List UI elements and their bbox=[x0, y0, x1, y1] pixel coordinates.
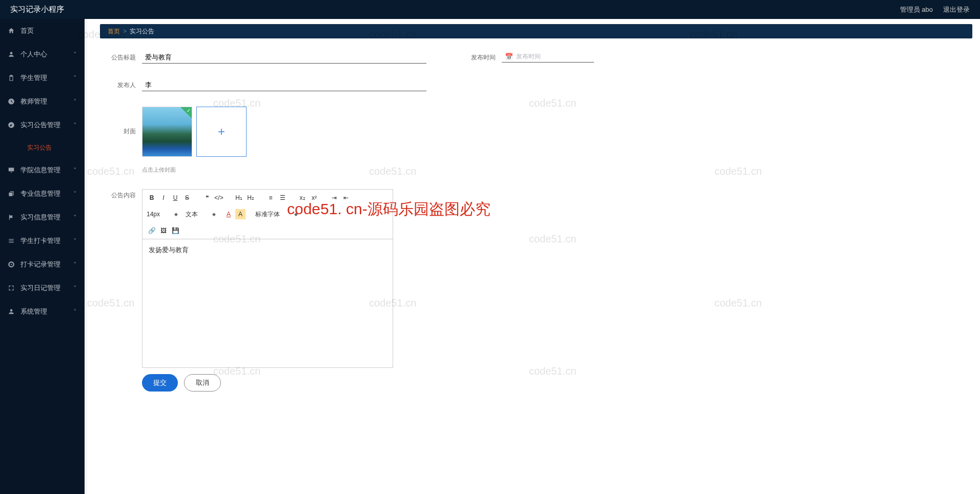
upload-box[interactable]: + bbox=[196, 107, 247, 157]
cover-thumbnail[interactable] bbox=[142, 107, 192, 157]
font-color-icon[interactable]: A bbox=[223, 209, 234, 219]
content-label: 公告内容 bbox=[108, 189, 136, 200]
strike-icon[interactable]: S bbox=[182, 193, 192, 203]
sidebar-item-label: 实习日记管理 bbox=[21, 283, 73, 293]
sidebar-item-label: 学生打卡管理 bbox=[21, 236, 73, 245]
submit-button[interactable]: 提交 bbox=[142, 374, 178, 392]
subscript-icon[interactable]: x₂ bbox=[297, 193, 308, 203]
publisher-label: 发布人 bbox=[108, 79, 136, 90]
calendar-icon: 📅 bbox=[505, 53, 513, 60]
flag-icon bbox=[6, 214, 16, 221]
target-icon bbox=[6, 261, 16, 268]
link-icon[interactable]: 🔗 bbox=[147, 225, 157, 236]
chevron-down-icon: ˅ bbox=[73, 167, 78, 174]
sidebar-item-8[interactable]: 实习信息管理˅ bbox=[0, 205, 85, 229]
cancel-button[interactable]: 取消 bbox=[184, 374, 221, 392]
sidebar-item-label: 学生管理 bbox=[21, 73, 73, 83]
h2-icon[interactable]: H₂ bbox=[246, 193, 256, 203]
bg-color-icon[interactable]: A bbox=[235, 209, 246, 219]
clock-icon bbox=[6, 98, 16, 105]
sidebar-item-label: 实习信息管理 bbox=[21, 213, 73, 222]
breadcrumb-current: 实习公告 bbox=[130, 27, 154, 36]
sidebar-item-12[interactable]: 系统管理˅ bbox=[0, 300, 85, 323]
time-placeholder: 发布时间 bbox=[516, 52, 541, 61]
chevron-down-icon: ˅ bbox=[73, 98, 78, 106]
sidebar-item-0[interactable]: 首页 bbox=[0, 19, 85, 43]
sidebar-item-label: 打卡记录管理 bbox=[21, 260, 73, 269]
sidebar-item-3[interactable]: 教师管理˅ bbox=[0, 90, 85, 113]
content-area: 首页 > 实习公告 公告标题 发布时间 📅 发布时间 bbox=[87, 19, 980, 494]
font-family-select[interactable]: 文本◆ bbox=[186, 210, 222, 219]
underline-icon[interactable]: U bbox=[170, 193, 180, 203]
sidebar-item-10[interactable]: 打卡记录管理˅ bbox=[0, 253, 85, 276]
title-input[interactable] bbox=[142, 51, 426, 64]
breadcrumb: 首页 > 实习公告 bbox=[100, 24, 972, 38]
h1-icon[interactable]: H₁ bbox=[234, 193, 244, 203]
home-icon bbox=[6, 27, 16, 34]
sidebar-item-1[interactable]: 个人中心˅ bbox=[0, 43, 85, 66]
indent-icon[interactable]: ⇥ bbox=[329, 193, 339, 203]
chevron-down-icon: ˅ bbox=[73, 51, 78, 58]
chevron-up-icon: ˄ bbox=[73, 121, 78, 129]
list-icon bbox=[6, 237, 16, 244]
chevron-down-icon: ˅ bbox=[73, 214, 78, 221]
title-label: 公告标题 bbox=[108, 51, 136, 62]
chevron-down-icon: ˅ bbox=[73, 261, 78, 269]
copy-icon bbox=[6, 190, 16, 197]
sidebar-item-label: 专业信息管理 bbox=[21, 189, 73, 198]
code-icon[interactable]: </> bbox=[214, 193, 224, 203]
logout-link[interactable]: 退出登录 bbox=[943, 5, 970, 14]
sidebar-item-label: 学院信息管理 bbox=[21, 166, 73, 175]
compass-icon bbox=[6, 121, 16, 129]
list-ul-icon[interactable]: ☰ bbox=[277, 193, 288, 203]
user-icon bbox=[6, 51, 16, 58]
time-label: 发布时间 bbox=[467, 51, 496, 62]
cover-label: 封面 bbox=[108, 107, 136, 136]
breadcrumb-home[interactable]: 首页 bbox=[108, 27, 120, 36]
breadcrumb-sep: > bbox=[123, 28, 127, 35]
chevron-down-icon: ˅ bbox=[73, 74, 78, 82]
clipboard-icon bbox=[6, 74, 16, 81]
chevron-down-icon: ˅ bbox=[73, 308, 78, 316]
chevron-down-icon: ˅ bbox=[73, 190, 78, 198]
sidebar-item-label: 实习公告 bbox=[27, 143, 78, 152]
sidebar-item-label: 实习公告管理 bbox=[21, 120, 73, 130]
topbar: 实习记录小程序 管理员 abo 退出登录 bbox=[0, 0, 980, 19]
chevron-down-icon: ˅ bbox=[73, 237, 78, 245]
save-icon[interactable]: 💾 bbox=[170, 225, 180, 236]
sidebar-item-label: 个人中心 bbox=[21, 50, 73, 59]
sidebar-item-2[interactable]: 学生管理˅ bbox=[0, 66, 85, 90]
rich-editor: B I U S ❝ </> H₁ H₂ bbox=[142, 189, 393, 368]
sidebar-item-label: 系统管理 bbox=[21, 307, 73, 316]
image-icon[interactable]: 🖼 bbox=[158, 225, 169, 236]
superscript-icon[interactable]: x² bbox=[309, 193, 319, 203]
editor-body[interactable]: 发扬爱与教育 bbox=[142, 239, 393, 367]
publisher-input[interactable] bbox=[142, 79, 426, 91]
sidebar-item-9[interactable]: 学生打卡管理˅ bbox=[0, 229, 85, 253]
user-icon bbox=[6, 308, 16, 315]
bold-icon[interactable]: B bbox=[147, 193, 157, 203]
quote-icon[interactable]: ❝ bbox=[202, 193, 212, 203]
check-icon bbox=[180, 107, 192, 118]
sidebar-item-6[interactable]: 学院信息管理˅ bbox=[0, 158, 85, 182]
sidebar-item-5[interactable]: 实习公告 bbox=[0, 137, 85, 158]
sidebar-item-7[interactable]: 专业信息管理˅ bbox=[0, 182, 85, 205]
font-size-select[interactable]: 14px◆ bbox=[147, 211, 184, 218]
list-ol-icon[interactable]: ≡ bbox=[266, 193, 276, 203]
expand-icon bbox=[6, 284, 16, 292]
italic-icon[interactable]: I bbox=[158, 193, 169, 203]
editor-toolbar: B I U S ❝ </> H₁ H₂ bbox=[142, 190, 393, 239]
sidebar-item-label: 教师管理 bbox=[21, 97, 73, 106]
upload-hint: 点击上传封面 bbox=[142, 166, 959, 174]
sidebar-item-11[interactable]: 实习日记管理˅ bbox=[0, 276, 85, 300]
outdent-icon[interactable]: ⇤ bbox=[341, 193, 351, 203]
time-input[interactable]: 📅 发布时间 bbox=[502, 51, 594, 63]
sidebar: 首页个人中心˅学生管理˅教师管理˅实习公告管理˄实习公告学院信息管理˅专业信息管… bbox=[0, 19, 85, 494]
admin-label[interactable]: 管理员 abo bbox=[900, 5, 933, 14]
monitor-icon bbox=[6, 167, 16, 174]
font-style-select[interactable]: 标准字体◆ bbox=[255, 210, 304, 219]
app-title: 实习记录小程序 bbox=[10, 5, 64, 14]
sidebar-item-4[interactable]: 实习公告管理˄ bbox=[0, 113, 85, 137]
sidebar-item-label: 首页 bbox=[21, 26, 78, 35]
chevron-down-icon: ˅ bbox=[73, 284, 78, 292]
